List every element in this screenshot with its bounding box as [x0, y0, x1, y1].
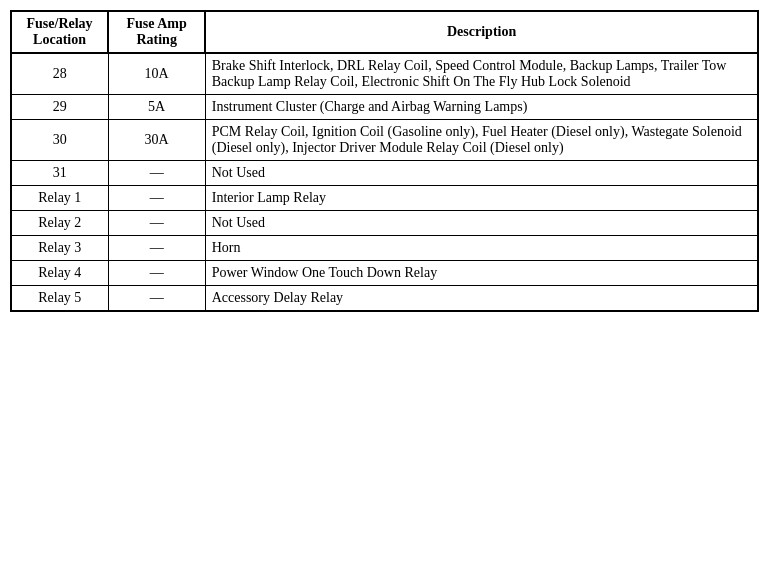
cell-rating: —: [108, 261, 205, 286]
table-row: 3030APCM Relay Coil, Ignition Coil (Gaso…: [11, 120, 758, 161]
cell-rating: 5A: [108, 95, 205, 120]
cell-rating: —: [108, 186, 205, 211]
cell-location: 28: [11, 53, 108, 95]
cell-rating: —: [108, 161, 205, 186]
fuse-relay-table-container: Fuse/Relay Location Fuse Amp Rating Desc…: [10, 10, 759, 312]
table-row: Relay 4—Power Window One Touch Down Rela…: [11, 261, 758, 286]
cell-location: Relay 3: [11, 236, 108, 261]
table-row: Relay 5—Accessory Delay Relay: [11, 286, 758, 312]
cell-description: Instrument Cluster (Charge and Airbag Wa…: [205, 95, 758, 120]
cell-description: Power Window One Touch Down Relay: [205, 261, 758, 286]
cell-location: Relay 1: [11, 186, 108, 211]
fuse-relay-table: Fuse/Relay Location Fuse Amp Rating Desc…: [10, 10, 759, 312]
cell-rating: 30A: [108, 120, 205, 161]
cell-location: 30: [11, 120, 108, 161]
cell-rating: —: [108, 236, 205, 261]
table-row: 31—Not Used: [11, 161, 758, 186]
cell-rating: —: [108, 286, 205, 312]
cell-location: Relay 4: [11, 261, 108, 286]
table-row: Relay 1—Interior Lamp Relay: [11, 186, 758, 211]
header-location: Fuse/Relay Location: [11, 11, 108, 53]
cell-rating: —: [108, 211, 205, 236]
table-row: Relay 2—Not Used: [11, 211, 758, 236]
cell-description: Accessory Delay Relay: [205, 286, 758, 312]
cell-description: Horn: [205, 236, 758, 261]
cell-location: 29: [11, 95, 108, 120]
cell-rating: 10A: [108, 53, 205, 95]
cell-description: Not Used: [205, 161, 758, 186]
header-description: Description: [205, 11, 758, 53]
cell-description: Brake Shift Interlock, DRL Relay Coil, S…: [205, 53, 758, 95]
cell-location: 31: [11, 161, 108, 186]
table-header-row: Fuse/Relay Location Fuse Amp Rating Desc…: [11, 11, 758, 53]
cell-location: Relay 5: [11, 286, 108, 312]
cell-description: PCM Relay Coil, Ignition Coil (Gasoline …: [205, 120, 758, 161]
table-row: 295AInstrument Cluster (Charge and Airba…: [11, 95, 758, 120]
cell-description: Not Used: [205, 211, 758, 236]
cell-description: Interior Lamp Relay: [205, 186, 758, 211]
cell-location: Relay 2: [11, 211, 108, 236]
header-rating: Fuse Amp Rating: [108, 11, 205, 53]
table-row: Relay 3—Horn: [11, 236, 758, 261]
table-row: 2810ABrake Shift Interlock, DRL Relay Co…: [11, 53, 758, 95]
